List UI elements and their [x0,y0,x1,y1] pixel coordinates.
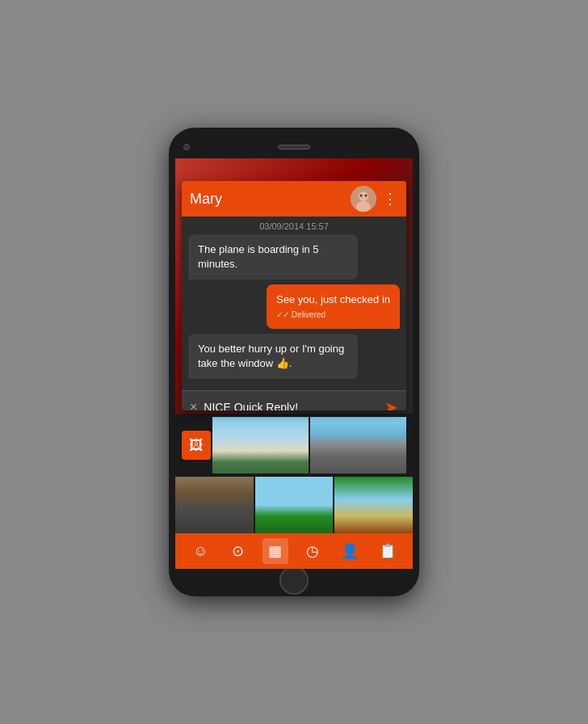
quick-reply-close-button[interactable]: × [190,400,197,410]
message-bubble-sent-1: See you, just checked in ✓✓ Delivered [267,284,400,328]
message-bubble-received-1: The plane is boarding in 5 minutes. [188,234,358,280]
nav-contacts-button[interactable]: 👤 [337,538,363,564]
photo-cell-1[interactable] [212,417,309,474]
photo-grid [175,477,413,533]
phone-screen: ✗ ⌾ ▲ ▮ 16:04 Mary [175,158,413,569]
nav-clock-button[interactable]: ◷ [300,538,326,564]
message-text-1: The plane is boarding in 5 minutes. [198,243,319,270]
header-right: ⋮ [351,186,398,212]
front-camera [183,144,190,150]
avatar[interactable] [351,186,376,212]
message-text-2: See you, just checked in [276,293,390,305]
quick-reply-input[interactable]: NICE Quick Reply! [204,401,378,410]
photo-cell-2[interactable] [310,417,406,474]
svg-point-1 [359,192,368,201]
delivered-status: ✓✓ Delivered [276,309,390,321]
photo-section: 🖼 [175,414,413,533]
message-bubble-received-2: You better hurry up or I'm going take th… [188,334,358,379]
message-text-3: You better hurry up or I'm going take th… [198,343,344,369]
nav-clipboard-button[interactable]: 📋 [375,538,401,564]
messages-area: The plane is boarding in 5 minutes. See … [182,234,406,390]
home-button[interactable] [279,566,309,595]
clock-icon: ◷ [306,542,319,560]
message-timestamp: 03/09/2014 15:57 [182,217,406,234]
overflow-menu-button[interactable]: ⋮ [383,190,398,208]
svg-point-3 [360,195,363,197]
photo-grid-header: 🖼 [175,414,413,477]
gallery-nav-icon: ▦ [268,542,282,560]
phone-device: ✗ ⌾ ▲ ▮ 16:04 Mary [169,128,419,596]
quick-reply-bar: × NICE Quick Reply! ➤ [182,390,406,410]
contact-name: Mary [190,191,222,208]
bottom-nav: ☺ ⊙ ▦ ◷ 👤 📋 [175,533,413,569]
notification-card: Mary [182,181,406,410]
photo-icon-badge[interactable]: 🖼 [182,431,211,460]
phone-bottom-bar [175,569,413,588]
phone-top-bar [175,136,413,158]
svg-point-4 [365,195,368,197]
nav-emoji-button[interactable]: ☺ [187,538,213,564]
notification-header: Mary [182,181,406,217]
photo-cell-4[interactable] [255,477,334,533]
phone-speaker [278,145,310,149]
gallery-icon: 🖼 [189,437,204,454]
photo-cell-3[interactable] [175,477,254,533]
avatar-image [351,186,376,212]
nav-camera-button[interactable]: ⊙ [225,538,250,564]
contacts-icon: 👤 [341,542,359,560]
photo-cell-5[interactable] [334,477,413,533]
emoji-icon: ☺ [193,543,208,560]
nav-gallery-button[interactable]: ▦ [262,538,288,564]
quick-reply-send-button[interactable]: ➤ [384,398,398,410]
clipboard-icon: 📋 [379,542,397,560]
camera-icon: ⊙ [232,542,244,560]
